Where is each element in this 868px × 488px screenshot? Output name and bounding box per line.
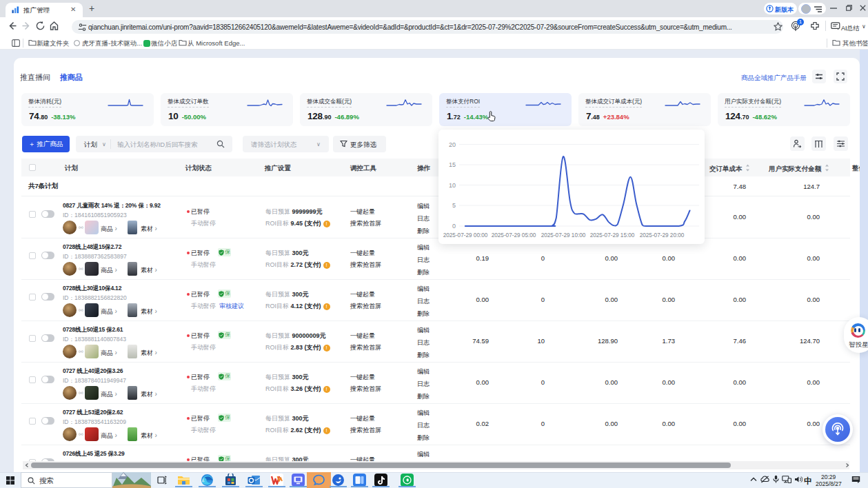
svg-text:2025-07-29 10:00: 2025-07-29 10:00: [541, 232, 586, 238]
svg-text:0: 0: [452, 223, 456, 230]
svg-text:2025-07-29 05:00: 2025-07-29 05:00: [492, 232, 536, 238]
svg-text:10: 10: [449, 182, 456, 189]
svg-text:5: 5: [452, 202, 456, 209]
svg-text:2025-07-29 00:00: 2025-07-29 00:00: [443, 232, 488, 238]
svg-text:2025-07-29 20:00: 2025-07-29 20:00: [640, 232, 685, 238]
svg-text:15: 15: [449, 161, 456, 168]
svg-text:20: 20: [449, 141, 456, 148]
svg-text:2025-07-29 15:00: 2025-07-29 15:00: [590, 232, 635, 238]
